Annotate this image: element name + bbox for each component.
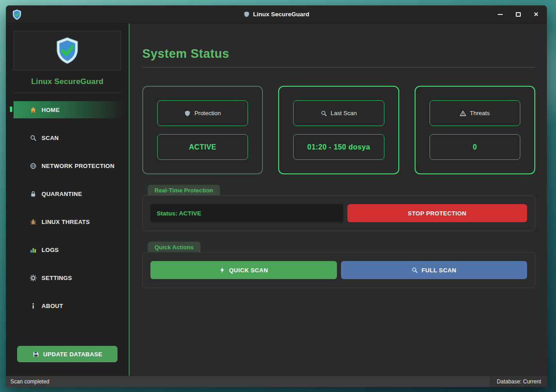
protection-card-header: Protection <box>157 100 248 126</box>
maximize-icon <box>516 12 521 17</box>
title-divider <box>142 67 535 68</box>
sidebar-nav: HOME SCAN NETWORK PROTECTION QUARANTINE <box>6 101 129 325</box>
threats-card-header: Threats <box>430 100 520 126</box>
warning-icon <box>460 110 466 117</box>
search-icon <box>30 135 37 141</box>
main-content: System Status Protection ACTIVE Last S <box>129 23 547 376</box>
quick-actions-group: Quick Actions QUICK SCAN FULL SCAN <box>142 241 535 288</box>
minimize-button[interactable] <box>496 11 504 18</box>
sidebar-item-label: SCAN <box>42 135 59 141</box>
minimize-icon <box>498 14 503 15</box>
search-icon <box>411 267 418 273</box>
search-icon <box>321 110 327 117</box>
protection-card: Protection ACTIVE <box>142 86 263 174</box>
realtime-protection-group-label: Real-Time Protection <box>148 185 220 196</box>
sidebar-item-label: NETWORK PROTECTION <box>42 163 114 169</box>
status-cards: Protection ACTIVE Last Scan 01:20 - 150 … <box>142 86 535 174</box>
close-icon: × <box>534 11 538 18</box>
sidebar-item-logs[interactable]: LOGS <box>14 241 129 258</box>
update-database-button[interactable]: UPDATE DATABASE <box>17 346 117 362</box>
lock-icon <box>30 191 37 197</box>
sidebar-item-home[interactable]: HOME <box>14 101 129 118</box>
last-scan-card: Last Scan 01:20 - 150 dosya <box>278 86 399 174</box>
window-title-area: Linux SecureGuard <box>6 11 547 18</box>
quick-scan-label: QUICK SCAN <box>229 267 268 274</box>
title-shield-icon <box>243 11 250 18</box>
realtime-protection-group: Real-Time Protection Status: ACTIVE STOP… <box>142 184 535 231</box>
close-button[interactable]: × <box>533 11 540 18</box>
info-icon <box>30 303 37 309</box>
full-scan-button[interactable]: FULL SCAN <box>341 261 528 279</box>
window-controls: × <box>496 5 540 23</box>
sidebar-item-label: QUARANTINE <box>42 191 82 197</box>
threats-card: Threats 0 <box>415 86 535 174</box>
sidebar-item-label: LINUX THREATS <box>42 219 90 225</box>
stop-protection-label: STOP PROTECTION <box>408 210 467 217</box>
app-window: Linux SecureGuard × Linux SecureGuard <box>6 5 547 387</box>
floppy-disk-icon <box>33 351 39 358</box>
sidebar-item-settings[interactable]: SETTINGS <box>14 269 129 286</box>
card-header-label: Protection <box>194 110 221 117</box>
window-title: Linux SecureGuard <box>253 11 309 18</box>
protection-value: ACTIVE <box>157 134 248 160</box>
sidebar-item-about[interactable]: ABOUT <box>14 297 129 314</box>
home-icon <box>30 107 37 113</box>
sidebar-item-label: ABOUT <box>42 303 63 309</box>
logo-shield-icon <box>53 36 81 65</box>
card-header-label: Last Scan <box>331 110 357 117</box>
bar-chart-icon <box>30 247 37 253</box>
scan-status-text: Scan completed <box>10 378 49 385</box>
desktop-background: Linux SecureGuard × Linux SecureGuard <box>0 0 556 392</box>
app-logo <box>14 31 121 70</box>
shield-icon <box>184 110 191 117</box>
brand-title: Linux SecureGuard <box>6 77 129 86</box>
gear-icon <box>30 275 37 281</box>
update-database-label: UPDATE DATABASE <box>43 351 103 358</box>
page-title: System Status <box>142 47 535 61</box>
sidebar-item-label: SETTINGS <box>42 275 72 281</box>
sidebar-item-scan[interactable]: SCAN <box>14 129 129 146</box>
bug-icon <box>30 219 37 225</box>
titlebar: Linux SecureGuard × <box>6 5 547 23</box>
sidebar-divider <box>14 93 121 93</box>
card-header-label: Threats <box>470 110 490 117</box>
quick-scan-button[interactable]: QUICK SCAN <box>150 261 337 279</box>
sidebar: Linux SecureGuard HOME SCAN NETWORK PROT… <box>6 23 129 376</box>
maximize-button[interactable] <box>514 11 522 18</box>
sidebar-item-quarantine[interactable]: QUARANTINE <box>14 185 129 202</box>
sidebar-item-network-protection[interactable]: NETWORK PROTECTION <box>14 157 129 174</box>
statusbar: Scan completed Database: Current <box>6 376 547 387</box>
protection-status-field: Status: ACTIVE <box>150 204 343 222</box>
full-scan-label: FULL SCAN <box>421 267 456 274</box>
sidebar-item-linux-threats[interactable]: LINUX THREATS <box>14 213 129 230</box>
threats-value: 0 <box>430 134 520 160</box>
sidebar-item-label: LOGS <box>42 247 59 253</box>
last-scan-value: 01:20 - 150 dosya <box>293 134 384 160</box>
database-status-badge: Database: Current <box>491 376 547 387</box>
last-scan-card-header: Last Scan <box>293 100 384 126</box>
globe-icon <box>30 163 37 169</box>
lightning-icon <box>219 267 225 273</box>
stop-protection-button[interactable]: STOP PROTECTION <box>347 204 528 222</box>
sidebar-item-label: HOME <box>42 107 60 113</box>
quick-actions-group-label: Quick Actions <box>148 242 201 252</box>
